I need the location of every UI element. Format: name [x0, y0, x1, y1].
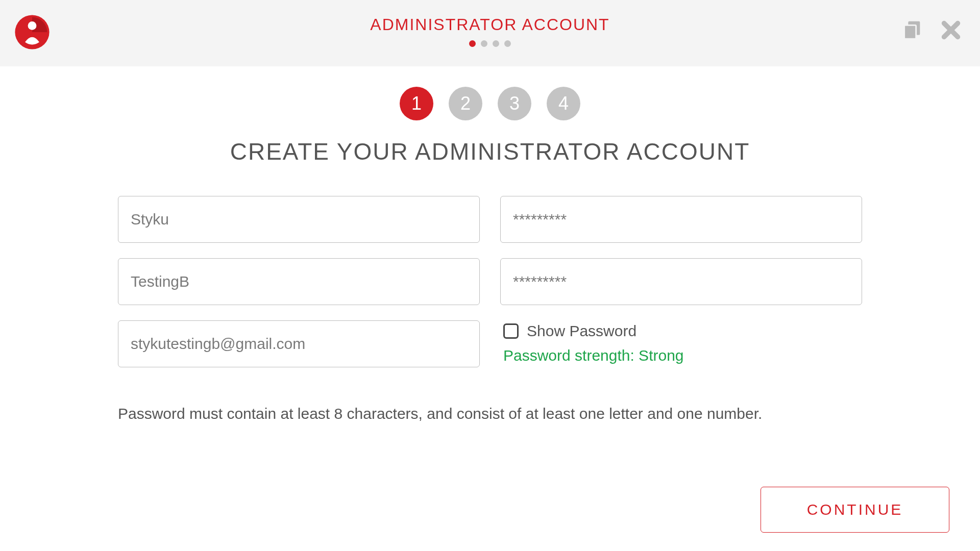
close-icon[interactable] — [939, 18, 963, 44]
top-bar: ADMINISTRATOR ACCOUNT — [0, 0, 980, 66]
step-indicator: 1 2 3 4 — [400, 87, 580, 120]
header-title: ADMINISTRATOR ACCOUNT — [370, 15, 609, 34]
password-meta: Show Password Password strength: Strong — [500, 320, 862, 367]
step-1[interactable]: 1 — [400, 87, 433, 120]
show-password-row: Show Password — [503, 322, 862, 340]
dot-2 — [481, 40, 487, 47]
styku-logo — [14, 14, 50, 50]
svg-point-1 — [28, 21, 37, 30]
dot-1 — [469, 40, 476, 47]
header-actions — [900, 18, 963, 44]
password-hint: Password must contain at least 8 charact… — [118, 405, 862, 422]
dot-3 — [493, 40, 499, 47]
admin-form: Show Password Password strength: Strong — [118, 196, 862, 367]
svg-rect-3 — [904, 25, 916, 39]
step-2[interactable]: 2 — [449, 87, 482, 120]
continue-button[interactable]: CONTINUE — [761, 487, 949, 533]
password-strength: Password strength: Strong — [503, 347, 862, 364]
header-center: ADMINISTRATOR ACCOUNT — [370, 15, 609, 47]
step-3[interactable]: 3 — [498, 87, 531, 120]
password-input[interactable] — [500, 196, 862, 243]
dot-4 — [504, 40, 511, 47]
continue-button-label: CONTINUE — [807, 501, 903, 518]
main-content: 1 2 3 4 CREATE YOUR ADMINISTRATOR ACCOUN… — [0, 66, 980, 422]
last-name-input[interactable] — [118, 258, 480, 305]
email-input[interactable] — [118, 320, 480, 367]
show-password-checkbox[interactable] — [503, 323, 519, 339]
show-password-label: Show Password — [527, 322, 636, 340]
confirm-password-input[interactable] — [500, 258, 862, 305]
copy-icon[interactable] — [900, 18, 924, 44]
page-heading: CREATE YOUR ADMINISTRATOR ACCOUNT — [230, 138, 750, 165]
first-name-input[interactable] — [118, 196, 480, 243]
step-4[interactable]: 4 — [547, 87, 580, 120]
progress-dots — [370, 40, 609, 47]
